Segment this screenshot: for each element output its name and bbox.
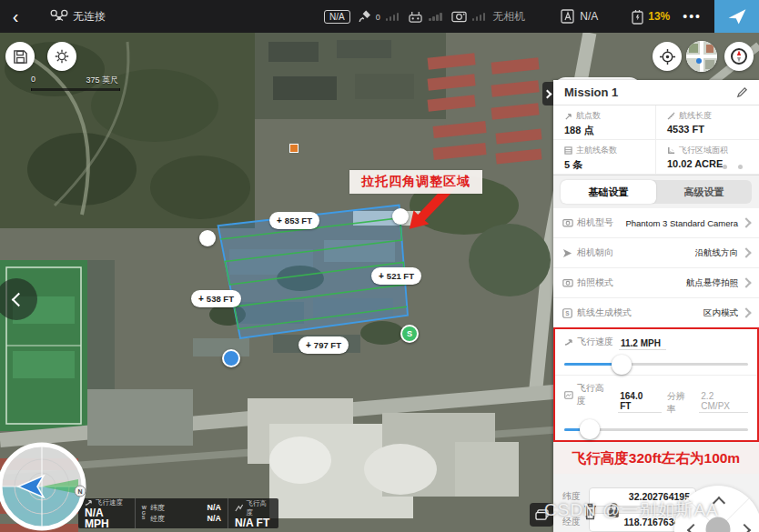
polygon-handle-top-right[interactable] bbox=[392, 208, 409, 225]
satellite-icon bbox=[358, 9, 372, 24]
panel-collapse-tab[interactable] bbox=[542, 82, 553, 105]
chevron-right-icon bbox=[542, 89, 552, 98]
slider-thumb[interactable] bbox=[612, 355, 632, 375]
lines-icon bbox=[564, 146, 572, 155]
camera-status-label: 无相机 bbox=[492, 9, 525, 25]
route-start-marker[interactable]: S bbox=[400, 325, 419, 343]
top-status-bar: ‹ 无连接 N/A 0 无相机 N/A 13% ••• bbox=[0, 0, 759, 33]
flight-mode-value: N/A bbox=[580, 10, 598, 23]
speed-icon bbox=[564, 337, 573, 346]
move-icon: + bbox=[198, 294, 204, 304]
mission-panel: Mission 1 航点数 188 点 航线长度 4533 FT 主航线条数 5… bbox=[553, 80, 759, 532]
altitude-note: 飞行高度320ft左右为100m bbox=[553, 444, 759, 474]
takeoff-button[interactable] bbox=[714, 0, 759, 33]
edit-pencil-icon[interactable] bbox=[736, 86, 748, 98]
camera-status: 无相机 bbox=[451, 9, 526, 25]
rc-signal-bars bbox=[429, 12, 442, 21]
mission-settings-button[interactable] bbox=[47, 42, 76, 71]
stats-pagination-dots[interactable] bbox=[723, 165, 743, 169]
annotation-label: 拉托四角调整区域 bbox=[349, 170, 482, 194]
flight-mode-badge-group: N/A bbox=[324, 10, 350, 24]
chevron-right-icon bbox=[741, 247, 751, 257]
settings-list: 相机型号 Phantom 3 Standard Camera 相机朝向 沿航线方… bbox=[553, 208, 759, 327]
camera-icon bbox=[451, 10, 467, 23]
chevron-left-icon bbox=[11, 292, 25, 306]
gear-icon bbox=[54, 48, 70, 65]
nudge-right-button[interactable] bbox=[738, 524, 751, 532]
move-icon: + bbox=[379, 271, 384, 281]
polygon-handle-top-left[interactable] bbox=[199, 230, 216, 246]
watermark: CSDN @一别如斯AA bbox=[544, 498, 719, 522]
rc-status bbox=[408, 10, 442, 24]
move-icon: + bbox=[306, 340, 311, 350]
gps-signal-bars bbox=[386, 12, 400, 21]
chevron-right-icon bbox=[741, 277, 751, 287]
drone-icon bbox=[49, 9, 69, 24]
compass-north-label: N bbox=[77, 488, 82, 495]
battery-percent: 13% bbox=[648, 10, 670, 23]
waypoint-icon bbox=[564, 112, 572, 120]
slider-thumb[interactable] bbox=[580, 419, 600, 439]
edge-length-right[interactable]: +521 FT bbox=[371, 267, 421, 285]
altitude-icon bbox=[235, 504, 243, 512]
chevron-right-icon bbox=[741, 307, 751, 317]
mission-title: Mission 1 bbox=[564, 85, 618, 99]
stat-main-lines: 主航线条数 5 条 bbox=[553, 140, 656, 175]
save-icon bbox=[13, 49, 28, 65]
map-poi-marker bbox=[289, 144, 299, 153]
s-mode-icon: S bbox=[562, 308, 572, 318]
ruler-icon bbox=[667, 112, 675, 120]
setting-photo-mode[interactable]: 拍照模式 航点悬停拍照 bbox=[553, 268, 759, 298]
nudge-left-button[interactable] bbox=[687, 524, 700, 532]
telemetry-coordinates: WGS 纬度N/A 经度N/A bbox=[136, 498, 228, 528]
flight-speed-slider[interactable] bbox=[564, 363, 748, 366]
telemetry-bar: 飞行速度 N/A MPH WGS 纬度N/A 经度N/A 飞行高度 N/A FT bbox=[78, 498, 278, 528]
compass-reset-button[interactable] bbox=[724, 42, 754, 71]
area-icon bbox=[667, 146, 675, 155]
flight-altitude-slider[interactable] bbox=[564, 428, 748, 431]
flight-mode-status: N/A bbox=[560, 9, 598, 24]
tab-advanced-settings[interactable]: 高级设置 bbox=[656, 180, 752, 204]
flight-altitude-value[interactable]: 164.0 FT bbox=[618, 391, 661, 413]
back-button[interactable]: ‹ bbox=[0, 6, 31, 27]
connection-status: 无连接 bbox=[49, 9, 106, 25]
edge-length-left[interactable]: +538 FT bbox=[191, 290, 241, 307]
setting-camera-model[interactable]: 相机型号 Phantom 3 Standard Camera bbox=[553, 208, 759, 238]
locate-icon bbox=[659, 48, 676, 65]
flight-mode-icon bbox=[560, 9, 576, 24]
edge-length-top[interactable]: +853 FT bbox=[269, 212, 319, 229]
polygon-handle-bottom-left[interactable] bbox=[222, 349, 240, 367]
settings-tabs: 基础设置 高级设置 bbox=[561, 180, 752, 204]
battery-status: 13% bbox=[631, 9, 670, 25]
connection-label: 无连接 bbox=[73, 9, 106, 25]
stat-waypoints: 航点数 188 点 bbox=[553, 105, 656, 140]
camera-small-icon bbox=[562, 218, 573, 227]
flight-speed-row: 飞行速度 11.2 MPH bbox=[555, 329, 757, 376]
map-thumbnail bbox=[686, 41, 717, 72]
map-type-button[interactable] bbox=[686, 41, 717, 72]
scale-start: 0 bbox=[31, 75, 35, 86]
setting-route-mode[interactable]: S 航线生成模式 区内模式 bbox=[553, 298, 759, 327]
mode-badge: N/A bbox=[324, 10, 350, 24]
edge-length-bottom[interactable]: +797 FT bbox=[299, 336, 349, 354]
save-mission-button[interactable] bbox=[5, 42, 35, 71]
more-menu-button[interactable]: ••• bbox=[670, 9, 714, 24]
camera-signal-bars bbox=[472, 12, 486, 21]
tab-basic-settings[interactable]: 基础设置 bbox=[561, 180, 656, 204]
attitude-compass: N bbox=[0, 439, 89, 532]
setting-camera-heading[interactable]: 相机朝向 沿航线方向 bbox=[553, 238, 759, 268]
locate-button[interactable] bbox=[653, 42, 682, 71]
resolution-value: 2.2 CM/PX bbox=[699, 391, 748, 413]
gps-count: 0 bbox=[376, 13, 380, 22]
resolution-icon bbox=[564, 391, 573, 399]
scale-end: 375 英尺 bbox=[86, 75, 118, 86]
chevron-right-icon bbox=[741, 217, 751, 227]
flight-speed-value[interactable]: 11.2 MPH bbox=[619, 338, 666, 350]
camera-small-icon bbox=[562, 278, 573, 287]
highlighted-sliders-box: 飞行速度 11.2 MPH 飞行高度 164.0 FT 分辨率 2.2 CM/P… bbox=[553, 327, 759, 442]
mission-header: Mission 1 bbox=[553, 80, 759, 105]
stat-route-length: 航线长度 4533 FT bbox=[656, 105, 759, 140]
telemetry-altitude: 飞行高度 N/A FT bbox=[228, 498, 278, 528]
mission-stats: 航点数 188 点 航线长度 4533 FT 主航线条数 5 条 飞行区域面积 … bbox=[553, 105, 759, 176]
map-scale-bar: 0375 英尺 bbox=[31, 75, 120, 91]
